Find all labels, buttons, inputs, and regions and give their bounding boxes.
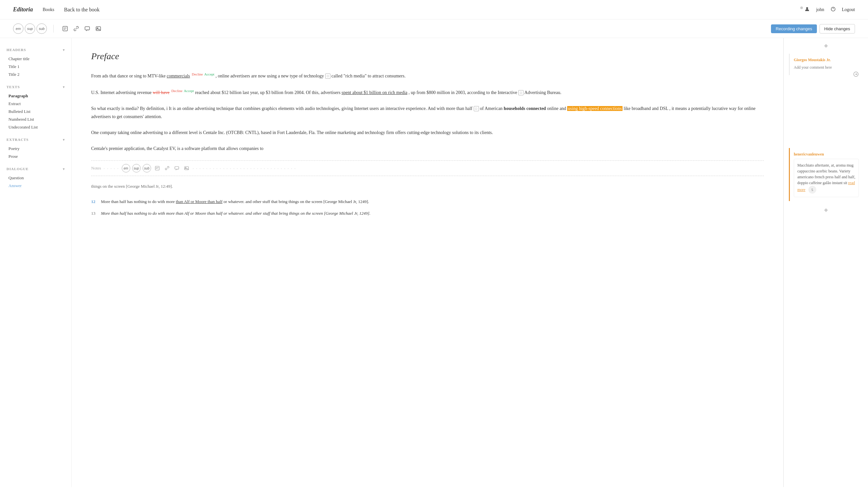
notes-comment-button[interactable]	[173, 165, 180, 172]
books-nav-link[interactable]: Books	[43, 7, 54, 12]
sidebar-item-title-2[interactable]: Title 2	[6, 71, 65, 78]
bold-text-1: households connected	[504, 106, 546, 111]
headers-section-header[interactable]: HEADERS ▾	[6, 48, 65, 52]
sidebar-item-bulleted-list[interactable]: Bulleted List	[6, 108, 65, 116]
notes-icons-group: em sup sub	[122, 164, 151, 172]
scroll-indicator-top	[789, 44, 863, 47]
change-popup-2: Decline Accept	[171, 88, 194, 94]
comment-2-text: Macchiato aftertaste, at, aroma mug capp…	[797, 163, 855, 185]
notes-sup-button[interactable]: sup	[132, 164, 141, 172]
headers-label: HEADERS	[6, 48, 26, 52]
top-nav: Editoria Books Back to the book john Log…	[0, 0, 868, 20]
underlined-text-1: spent about $1 billion on rich media	[342, 90, 407, 95]
footnote-item-13: 13 More than half has nothing to do with…	[91, 210, 764, 217]
main-layout: HEADERS ▾ Chapter title Title 1 Title 2 …	[0, 38, 868, 487]
comment-1-input-wrapper	[794, 65, 859, 71]
link-icon-button[interactable]	[71, 24, 81, 33]
comment-2-text-block: Macchiato aftertaste, at, aroma mug capp…	[794, 159, 859, 197]
texts-section-header[interactable]: TEXTS ▾	[6, 85, 65, 89]
toolbar: em sup sub Recording changes Hide change…	[0, 20, 868, 38]
scroll-diamond-bottom-shape	[824, 208, 828, 212]
comment-send-icon-1[interactable]	[853, 71, 859, 78]
notes-footnote-button[interactable]	[154, 165, 161, 172]
user-nav: john Logout	[805, 6, 855, 13]
image-icon-button[interactable]	[93, 24, 103, 33]
accept-button-2[interactable]: Accept	[184, 88, 194, 94]
paragraph-2: U.S. Internet advertising revenue will h…	[91, 88, 764, 97]
em-button[interactable]: em	[13, 24, 24, 34]
comment-block-2: henericvanleuwen Macchiato aftertaste, a…	[789, 148, 863, 201]
notes-dashes-right: - - - - - - - - - - - - - - - - - - - - …	[193, 166, 764, 170]
article-title: Preface	[91, 51, 764, 62]
notes-label: Notes	[91, 166, 101, 171]
footnote-marker-3[interactable]: □	[474, 106, 479, 111]
right-panel-spacer	[789, 83, 863, 148]
headers-chevron-icon: ▾	[63, 48, 65, 52]
accept-button-1[interactable]: Accept	[204, 71, 214, 78]
footnote-marker-2[interactable]: □	[518, 90, 524, 95]
svg-rect-9	[155, 166, 159, 170]
hide-changes-button[interactable]: Hide changes	[819, 24, 855, 33]
logout-icon	[831, 7, 835, 13]
notes-link-button[interactable]	[163, 165, 170, 172]
sidebar-dialogue-section: DIALOGUE ▾ Question Answer	[6, 167, 65, 190]
notes-image-button[interactable]	[183, 165, 190, 172]
change-popup-1: Decline Accept	[192, 71, 214, 78]
extracts-chevron-icon: ▾	[63, 138, 65, 141]
paragraph-1: From ads that dance or sing to MTV-like …	[91, 71, 764, 80]
content-area: Preface From ads that dance or sing to M…	[72, 38, 783, 487]
notes-bar: Notes - - - - - em sup sub - - - - - - -…	[91, 160, 764, 176]
footnote-item-12: 12 More than half has nothing to do with…	[91, 198, 764, 205]
formatting-group: em sup sub	[13, 24, 47, 34]
sup-button[interactable]: sup	[25, 24, 35, 34]
footnote-number-12: 12	[91, 198, 98, 205]
brand-logo: Editoria	[13, 6, 33, 13]
sub-button[interactable]: sub	[36, 24, 47, 34]
footnote-text-13: More than half has nothing to do with mo…	[101, 210, 371, 217]
sidebar-item-numbered-list[interactable]: Numbered List	[6, 116, 65, 123]
footnote-marker-1[interactable]: □	[325, 73, 331, 79]
logout-button[interactable]: Logout	[842, 7, 855, 12]
scroll-indicator-bottom	[789, 209, 863, 212]
comment-block-1: Giorgos Moustakis Jr.	[789, 54, 863, 75]
commercials-link[interactable]: commercials	[167, 73, 190, 78]
comment-1-author: Giorgos Moustakis Jr.	[794, 58, 859, 62]
notes-content: things on the screen [George Michael Jr,…	[91, 183, 764, 190]
comment-icon-button[interactable]	[82, 24, 92, 33]
comment-1-input[interactable]	[794, 65, 859, 70]
toolbar-right-actions: Recording changes Hide changes	[771, 24, 855, 33]
decline-button-1[interactable]: Decline	[192, 71, 203, 78]
sidebar-item-chapter-title[interactable]: Chapter title	[6, 55, 65, 63]
footnote-12-underline: than Alf or Moore than half	[176, 199, 222, 204]
texts-chevron-icon: ▾	[63, 85, 65, 89]
sidebar-item-paragraph[interactable]: Paragraph	[6, 92, 65, 100]
footnote-icon-button[interactable]	[60, 24, 70, 33]
dialogue-label: DIALOGUE	[6, 167, 29, 171]
svg-rect-3	[63, 26, 67, 31]
notes-em-button[interactable]: em	[122, 164, 130, 172]
back-to-book-link[interactable]: Back to the book	[64, 7, 100, 13]
notes-dashes: - - - - -	[103, 166, 119, 170]
decline-button-2[interactable]: Decline	[171, 88, 182, 94]
paragraph-5: Centale's premier application, the Catal…	[91, 144, 764, 153]
svg-rect-6	[85, 27, 90, 30]
sidebar-item-answer[interactable]: Answer	[6, 182, 65, 190]
toolbar-separator-1	[53, 25, 54, 33]
sidebar-item-question[interactable]: Question	[6, 174, 65, 182]
username-label: john	[816, 7, 825, 12]
dialogue-chevron-icon: ▾	[63, 167, 65, 171]
highlighted-text-1: using high-speed connections	[567, 106, 622, 111]
sidebar-item-extract[interactable]: Extract	[6, 100, 65, 108]
extracts-section-header[interactable]: EXTRACTS ▾	[6, 138, 65, 141]
sidebar-item-title-1[interactable]: Title 1	[6, 63, 65, 71]
svg-point-14	[185, 167, 186, 168]
sidebar-item-undecorated-list[interactable]: Undecorated List	[6, 123, 65, 131]
recording-changes-button[interactable]: Recording changes	[771, 24, 816, 33]
dialogue-section-header[interactable]: DIALOGUE ▾	[6, 167, 65, 171]
sidebar-item-prose[interactable]: Prose	[6, 153, 65, 160]
sidebar-item-poetry[interactable]: Poetry	[6, 145, 65, 153]
insert-group	[60, 24, 103, 33]
comment-2-author: henericvanleuwen	[794, 152, 859, 157]
svg-rect-12	[175, 167, 179, 169]
notes-sub-button[interactable]: sub	[143, 164, 151, 172]
